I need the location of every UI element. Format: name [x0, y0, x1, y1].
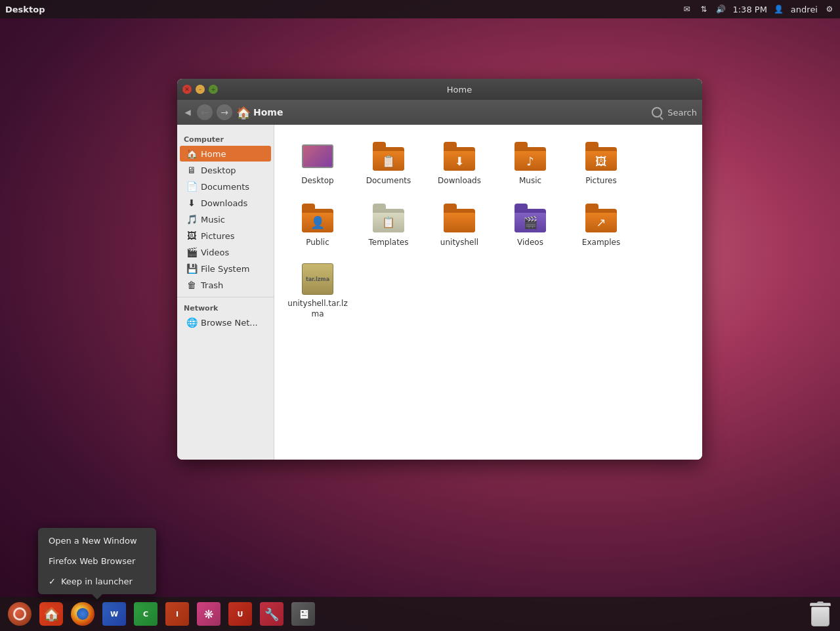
- window-body: Computer 🏠 Home 🖥 Desktop 📄 Documents ⬇ …: [177, 125, 702, 460]
- apps-icon: ❋: [197, 602, 220, 626]
- main-content: Desktop 📋 Documents: [274, 125, 702, 460]
- taskbar-impress[interactable]: I: [163, 599, 192, 628]
- examples-file-icon: ↗: [585, 202, 617, 234]
- music-sidebar-icon: 🎵: [186, 214, 197, 225]
- sidebar-item-documents[interactable]: 📄 Documents: [180, 179, 271, 194]
- file-grid: Desktop 📋 Documents: [285, 135, 692, 324]
- videos-sidebar-icon: 🎬: [186, 247, 197, 257]
- examples-file-label: Examples: [582, 238, 620, 248]
- file-item-downloads[interactable]: ⬇ Downloads: [427, 135, 492, 192]
- unityshell-file-label: unityshell: [440, 238, 478, 248]
- sidebar-downloads-label: Downloads: [201, 198, 247, 208]
- documents-sidebar-icon: 📄: [186, 181, 197, 192]
- file-item-unityshell[interactable]: unityshell: [427, 197, 492, 253]
- desktop-file-icon: [302, 141, 333, 172]
- taskbar: 🏠 W C I ❋ U 🔧: [0, 597, 840, 631]
- public-file-icon: 👤: [302, 202, 333, 234]
- sidebar-item-videos[interactable]: 🎬 Videos: [180, 244, 271, 260]
- volume-icon[interactable]: 🔊: [715, 4, 726, 14]
- sidebar-browsenet-label: Browse Net...: [201, 318, 258, 328]
- documents-file-icon: 📋: [373, 141, 404, 172]
- taskbar-home[interactable]: 🏠: [37, 599, 66, 628]
- templates-file-icon: 📋: [373, 202, 404, 234]
- impress-icon: I: [165, 602, 189, 626]
- computer-section-header: Computer: [177, 133, 274, 145]
- archive-file-label: unityshell.tar.lzma: [287, 299, 348, 319]
- file-item-examples[interactable]: ↗ Examples: [568, 197, 634, 253]
- pictures-file-icon: 🖼: [585, 141, 617, 172]
- sidebar-item-filesystem[interactable]: 💾 File System: [180, 261, 271, 276]
- trash-sidebar-icon: 🗑: [186, 280, 197, 290]
- home-app-icon: 🏠: [39, 602, 63, 626]
- close-button[interactable]: ✕: [182, 85, 192, 94]
- file-item-documents[interactable]: 📋 Documents: [356, 135, 421, 192]
- context-menu-firefox[interactable]: Firefox Web Browser: [38, 551, 156, 571]
- sidebar-filesystem-label: File System: [201, 264, 249, 274]
- network-icon[interactable]: ⇅: [698, 4, 709, 14]
- sidebar-item-desktop[interactable]: 🖥 Desktop: [180, 162, 271, 178]
- search-button[interactable]: Search: [652, 107, 697, 118]
- network-section-header: Network: [177, 301, 274, 314]
- videos-file-icon: 🎬: [514, 202, 546, 234]
- sidebar-item-home[interactable]: 🏠 Home: [180, 146, 271, 162]
- pictures-file-label: Pictures: [585, 176, 617, 186]
- filesystem-sidebar-icon: 💾: [186, 263, 197, 274]
- taskbar-tools[interactable]: 🔧: [257, 599, 286, 628]
- search-icon: [652, 107, 662, 118]
- file-item-videos[interactable]: 🎬 Videos: [497, 197, 563, 253]
- taskbar-calc[interactable]: C: [131, 599, 160, 628]
- minimize-button[interactable]: –: [196, 85, 205, 94]
- sidebar-pictures-label: Pictures: [201, 231, 234, 241]
- file-item-music[interactable]: ♪ Music: [497, 135, 563, 192]
- context-menu: Open a New Window Firefox Web Browser ✓ …: [38, 528, 156, 594]
- music-file-label: Music: [519, 176, 541, 186]
- sidebar-documents-label: Documents: [201, 182, 249, 192]
- trash-body: [811, 607, 830, 626]
- breadcrumb-text: Home: [253, 107, 283, 118]
- sidebar-item-pictures[interactable]: 🖼 Pictures: [180, 228, 271, 244]
- music-file-icon: ♪: [514, 141, 546, 172]
- downloads-sidebar-icon: ⬇: [186, 198, 197, 208]
- sidebar-item-downloads[interactable]: ⬇ Downloads: [180, 195, 271, 211]
- context-menu-keep[interactable]: ✓ Keep in launcher: [38, 571, 156, 592]
- taskbar-ubuntu[interactable]: [5, 599, 34, 628]
- documents-file-label: Documents: [366, 176, 411, 186]
- settings-icon[interactable]: ⚙: [824, 4, 835, 14]
- sidebar-toggle[interactable]: ◀: [182, 104, 193, 120]
- archive-file-icon: tar.lzma: [302, 263, 333, 295]
- nav-bar: ◀ ← → 🏠 Home Search: [177, 100, 702, 125]
- back-button[interactable]: ←: [197, 104, 213, 120]
- desktop-file-label: Desktop: [301, 176, 334, 186]
- sidebar-item-browsenet[interactable]: 🌐 Browse Net...: [180, 315, 271, 330]
- taskbar-display[interactable]: 🖥: [289, 599, 318, 628]
- file-item-public[interactable]: 👤 Public: [285, 197, 350, 253]
- user-icon: 👤: [774, 4, 784, 14]
- taskbar-firefox[interactable]: [68, 599, 97, 628]
- breadcrumb: 🏠 Home: [236, 106, 648, 120]
- sidebar-item-music[interactable]: 🎵 Music: [180, 211, 271, 227]
- forward-button[interactable]: →: [217, 104, 232, 120]
- unityshell-file-icon: [444, 202, 475, 234]
- maximize-button[interactable]: +: [209, 85, 218, 94]
- taskbar-apps[interactable]: ❋: [194, 599, 223, 628]
- file-item-desktop[interactable]: Desktop: [285, 135, 350, 192]
- taskbar-writer[interactable]: W: [100, 599, 129, 628]
- file-item-templates[interactable]: 📋 Templates: [356, 197, 421, 253]
- sidebar-divider: [177, 297, 274, 297]
- taskbar-ubuntu-one[interactable]: U: [226, 599, 255, 628]
- taskbar-trash[interactable]: [806, 599, 835, 628]
- time-display: 1:38 PM: [732, 5, 766, 14]
- keep-label: Keep in launcher: [61, 577, 133, 586]
- mail-icon[interactable]: ✉: [681, 4, 692, 14]
- ubuntu-logo: [8, 602, 32, 626]
- archive-icon: tar.lzma: [302, 263, 333, 295]
- context-menu-new-window[interactable]: Open a New Window: [38, 531, 156, 551]
- file-item-pictures[interactable]: 🖼 Pictures: [568, 135, 634, 192]
- downloads-file-label: Downloads: [438, 176, 481, 186]
- sidebar-item-trash[interactable]: 🗑 Trash: [180, 277, 271, 293]
- writer-icon: W: [102, 602, 126, 626]
- templates-file-label: Templates: [368, 238, 408, 248]
- desktop-label: Desktop: [5, 5, 45, 14]
- file-item-archive[interactable]: tar.lzma unityshell.tar.lzma: [285, 258, 350, 324]
- downloads-file-icon: ⬇: [444, 141, 475, 172]
